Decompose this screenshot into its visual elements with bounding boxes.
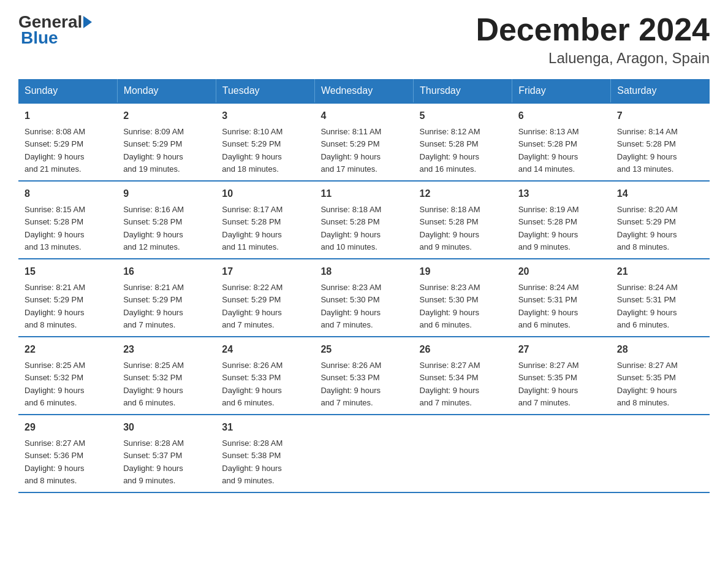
calendar-cell: 13Sunrise: 8:19 AMSunset: 5:28 PMDayligh… — [512, 181, 611, 259]
day-info: Sunrise: 8:28 AMSunset: 5:37 PMDaylight:… — [123, 439, 184, 485]
calendar-cell: 16Sunrise: 8:21 AMSunset: 5:29 PMDayligh… — [117, 259, 216, 337]
day-number: 12 — [420, 186, 506, 201]
day-number: 13 — [518, 186, 605, 201]
day-number: 5 — [420, 109, 506, 123]
logo-arrow-icon — [83, 16, 92, 28]
calendar-week-row: 29Sunrise: 8:27 AMSunset: 5:36 PMDayligh… — [18, 415, 710, 492]
day-info: Sunrise: 8:27 AMSunset: 5:36 PMDaylight:… — [25, 439, 85, 485]
day-number: 28 — [617, 342, 703, 357]
header-friday: Friday — [512, 79, 611, 103]
day-number: 25 — [320, 342, 407, 357]
day-number: 3 — [222, 109, 308, 123]
day-number: 26 — [420, 342, 506, 357]
calendar-cell: 2Sunrise: 8:09 AMSunset: 5:29 PMDaylight… — [117, 103, 216, 181]
calendar-cell: 7Sunrise: 8:14 AMSunset: 5:28 PMDaylight… — [611, 103, 710, 181]
calendar-week-row: 1Sunrise: 8:08 AMSunset: 5:29 PMDaylight… — [18, 103, 710, 181]
day-info: Sunrise: 8:25 AMSunset: 5:32 PMDaylight:… — [25, 361, 85, 407]
day-info: Sunrise: 8:12 AMSunset: 5:28 PMDaylight:… — [420, 127, 480, 174]
day-number: 6 — [518, 109, 605, 123]
day-info: Sunrise: 8:11 AMSunset: 5:29 PMDaylight:… — [320, 127, 381, 174]
day-info: Sunrise: 8:21 AMSunset: 5:29 PMDaylight:… — [123, 283, 184, 329]
calendar-cell: 23Sunrise: 8:25 AMSunset: 5:32 PMDayligh… — [117, 337, 216, 415]
calendar-week-row: 22Sunrise: 8:25 AMSunset: 5:32 PMDayligh… — [18, 337, 710, 415]
day-info: Sunrise: 8:27 AMSunset: 5:35 PMDaylight:… — [617, 361, 678, 407]
day-info: Sunrise: 8:25 AMSunset: 5:32 PMDaylight:… — [123, 361, 184, 407]
day-info: Sunrise: 8:23 AMSunset: 5:30 PMDaylight:… — [320, 283, 381, 329]
day-info: Sunrise: 8:15 AMSunset: 5:28 PMDaylight:… — [25, 205, 85, 251]
day-info: Sunrise: 8:27 AMSunset: 5:34 PMDaylight:… — [420, 361, 480, 407]
calendar-cell — [611, 415, 710, 492]
day-info: Sunrise: 8:22 AMSunset: 5:29 PMDaylight:… — [222, 283, 282, 329]
calendar-cell: 1Sunrise: 8:08 AMSunset: 5:29 PMDaylight… — [18, 103, 117, 181]
day-number: 20 — [518, 264, 605, 279]
calendar-cell: 30Sunrise: 8:28 AMSunset: 5:37 PMDayligh… — [117, 415, 216, 492]
calendar-cell: 17Sunrise: 8:22 AMSunset: 5:29 PMDayligh… — [216, 259, 314, 337]
calendar-cell: 5Sunrise: 8:12 AMSunset: 5:28 PMDaylight… — [414, 103, 512, 181]
calendar-cell: 12Sunrise: 8:18 AMSunset: 5:28 PMDayligh… — [414, 181, 512, 259]
day-number: 23 — [123, 342, 210, 357]
day-number: 31 — [222, 420, 308, 435]
calendar-cell: 24Sunrise: 8:26 AMSunset: 5:33 PMDayligh… — [216, 337, 314, 415]
day-number: 17 — [222, 264, 308, 279]
calendar-cell: 25Sunrise: 8:26 AMSunset: 5:33 PMDayligh… — [314, 337, 413, 415]
header-monday: Monday — [117, 79, 216, 103]
day-info: Sunrise: 8:23 AMSunset: 5:30 PMDaylight:… — [420, 283, 480, 329]
day-info: Sunrise: 8:18 AMSunset: 5:28 PMDaylight:… — [420, 205, 480, 251]
day-number: 14 — [617, 186, 703, 201]
day-number: 2 — [123, 109, 210, 123]
calendar-week-row: 8Sunrise: 8:15 AMSunset: 5:28 PMDaylight… — [18, 181, 710, 259]
day-number: 10 — [222, 186, 308, 201]
calendar-cell: 26Sunrise: 8:27 AMSunset: 5:34 PMDayligh… — [414, 337, 512, 415]
day-info: Sunrise: 8:18 AMSunset: 5:28 PMDaylight:… — [320, 205, 381, 251]
header-tuesday: Tuesday — [216, 79, 314, 103]
day-info: Sunrise: 8:27 AMSunset: 5:35 PMDaylight:… — [518, 361, 579, 407]
day-info: Sunrise: 8:19 AMSunset: 5:28 PMDaylight:… — [518, 205, 579, 251]
day-number: 24 — [222, 342, 308, 357]
header-sunday: Sunday — [18, 79, 117, 103]
day-number: 8 — [25, 186, 111, 201]
day-number: 21 — [617, 264, 703, 279]
day-number: 29 — [25, 420, 111, 435]
day-info: Sunrise: 8:16 AMSunset: 5:28 PMDaylight:… — [123, 205, 184, 251]
day-number: 4 — [320, 109, 407, 123]
day-number: 1 — [25, 109, 111, 123]
calendar-cell: 31Sunrise: 8:28 AMSunset: 5:38 PMDayligh… — [216, 415, 314, 492]
day-info: Sunrise: 8:28 AMSunset: 5:38 PMDaylight:… — [222, 439, 282, 485]
header-saturday: Saturday — [611, 79, 710, 103]
day-number: 22 — [25, 342, 111, 357]
day-info: Sunrise: 8:26 AMSunset: 5:33 PMDaylight:… — [320, 361, 381, 407]
day-info: Sunrise: 8:24 AMSunset: 5:31 PMDaylight:… — [617, 283, 678, 329]
day-info: Sunrise: 8:24 AMSunset: 5:31 PMDaylight:… — [518, 283, 579, 329]
calendar-cell: 8Sunrise: 8:15 AMSunset: 5:28 PMDaylight… — [18, 181, 117, 259]
day-info: Sunrise: 8:08 AMSunset: 5:29 PMDaylight:… — [25, 127, 85, 174]
calendar-cell — [512, 415, 611, 492]
calendar-cell: 27Sunrise: 8:27 AMSunset: 5:35 PMDayligh… — [512, 337, 611, 415]
calendar-cell — [314, 415, 413, 492]
calendar-cell: 28Sunrise: 8:27 AMSunset: 5:35 PMDayligh… — [611, 337, 710, 415]
day-info: Sunrise: 8:09 AMSunset: 5:29 PMDaylight:… — [123, 127, 184, 174]
logo-blue-text: Blue — [18, 28, 58, 48]
calendar-cell: 14Sunrise: 8:20 AMSunset: 5:29 PMDayligh… — [611, 181, 710, 259]
logo: General Blue — [18, 12, 93, 48]
calendar-cell — [414, 415, 512, 492]
calendar-cell: 21Sunrise: 8:24 AMSunset: 5:31 PMDayligh… — [611, 259, 710, 337]
day-number: 19 — [420, 264, 506, 279]
day-number: 9 — [123, 186, 210, 201]
day-number: 27 — [518, 342, 605, 357]
day-number: 30 — [123, 420, 210, 435]
location-label: Laluenga, Aragon, Spain — [476, 50, 710, 67]
calendar-table: SundayMondayTuesdayWednesdayThursdayFrid… — [18, 79, 710, 493]
calendar-cell: 19Sunrise: 8:23 AMSunset: 5:30 PMDayligh… — [414, 259, 512, 337]
day-number: 7 — [617, 109, 703, 123]
calendar-cell: 3Sunrise: 8:10 AMSunset: 5:29 PMDaylight… — [216, 103, 314, 181]
calendar-header-row: SundayMondayTuesdayWednesdayThursdayFrid… — [18, 79, 710, 103]
calendar-cell: 18Sunrise: 8:23 AMSunset: 5:30 PMDayligh… — [314, 259, 413, 337]
title-block: December 2024 Laluenga, Aragon, Spain — [476, 12, 710, 67]
day-info: Sunrise: 8:10 AMSunset: 5:29 PMDaylight:… — [222, 127, 282, 174]
calendar-cell: 11Sunrise: 8:18 AMSunset: 5:28 PMDayligh… — [314, 181, 413, 259]
day-info: Sunrise: 8:21 AMSunset: 5:29 PMDaylight:… — [25, 283, 85, 329]
calendar-cell: 29Sunrise: 8:27 AMSunset: 5:36 PMDayligh… — [18, 415, 117, 492]
calendar-week-row: 15Sunrise: 8:21 AMSunset: 5:29 PMDayligh… — [18, 259, 710, 337]
day-info: Sunrise: 8:26 AMSunset: 5:33 PMDaylight:… — [222, 361, 282, 407]
calendar-cell: 15Sunrise: 8:21 AMSunset: 5:29 PMDayligh… — [18, 259, 117, 337]
